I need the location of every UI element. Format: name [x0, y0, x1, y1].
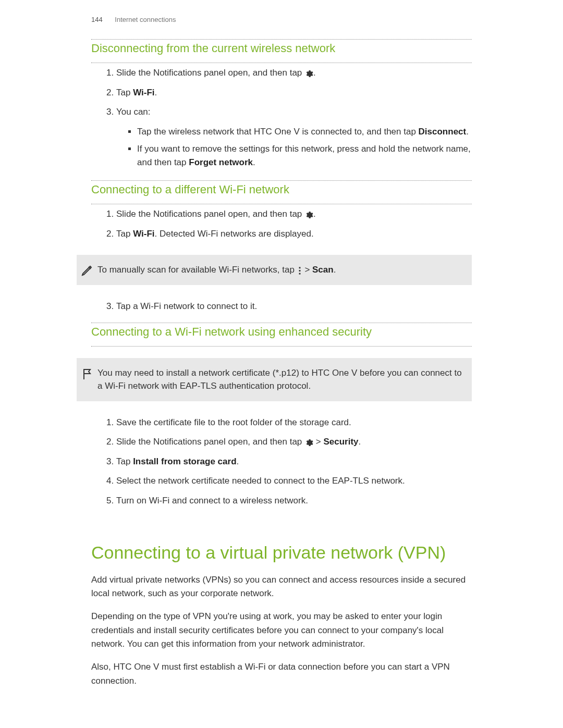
page-number: 144 [91, 16, 103, 23]
step-item: Select the network certificate needed to… [116, 471, 472, 491]
pencil-icon [77, 263, 97, 277]
wifi-label: Wi-Fi [133, 229, 154, 239]
step-item: Tap Wi-Fi. Detected Wi-Fi networks are d… [116, 224, 472, 244]
step-text: Slide the Notifications panel open, and … [116, 68, 304, 78]
body-paragraph: Depending on the type of VPN you're usin… [91, 610, 472, 651]
step-text: . Detected Wi-Fi networks are displayed. [155, 229, 314, 239]
step-text: You can: [116, 107, 151, 117]
step-text: . [237, 456, 239, 466]
step-text: Tap [116, 229, 133, 239]
bullet-text: . [253, 157, 255, 167]
step-item: Slide the Notifications panel open, and … [116, 432, 472, 452]
wifi-label: Wi-Fi [133, 88, 154, 97]
security-label: Security [323, 437, 358, 447]
callout-text: > [302, 265, 312, 275]
disconnect-label: Disconnect [419, 127, 467, 137]
steps-list: Slide the Notifications panel open, and … [91, 204, 472, 243]
step-text: Select the network certificate needed to… [116, 476, 405, 486]
step-item: Save the certificate file to the root fo… [116, 413, 472, 433]
step-item: Tap a Wi-Fi network to connect to it. [116, 297, 472, 316]
step-text: Turn on Wi-Fi and connect to a wireless … [116, 496, 308, 505]
steps-list: Save the certificate file to the root fo… [91, 413, 472, 511]
prerequisite-callout: You may need to install a network certif… [77, 358, 472, 401]
step-item: Slide the Notifications panel open, and … [116, 204, 472, 224]
body-paragraph: Also, HTC One V must first establish a W… [91, 660, 472, 688]
bullet-text: Tap the wireless network that HTC One V … [137, 127, 419, 137]
step-text: . [313, 209, 316, 219]
overflow-menu-icon [298, 266, 301, 275]
tip-callout: To manually scan for available Wi-Fi net… [77, 255, 472, 285]
callout-text: . [334, 265, 336, 275]
bullet-item: Tap the wireless network that HTC One V … [137, 123, 472, 141]
step-text: . [359, 437, 361, 447]
subheading-different-wifi: Connecting to a different Wi-Fi network [91, 183, 472, 196]
chapter-title: Internet connections [115, 16, 176, 23]
divider [91, 180, 472, 181]
step-item: Tap Install from storage card. [116, 452, 472, 472]
settings-gear-icon [304, 438, 313, 447]
step-text: Tap a Wi-Fi network to connect to it. [116, 301, 257, 311]
install-storage-label: Install from storage card [133, 456, 236, 466]
step-item: Turn on Wi-Fi and connect to a wireless … [116, 491, 472, 511]
divider [91, 346, 472, 347]
step-text: Save the certificate file to the root fo… [116, 417, 351, 427]
settings-gear-icon [304, 210, 313, 219]
step-text: Tap [116, 88, 133, 97]
bullet-item: If you want to remove the settings for t… [137, 140, 472, 171]
step-item: You can: Tap the wireless network that H… [116, 102, 472, 174]
sub-bullet-list: Tap the wireless network that HTC One V … [116, 123, 472, 171]
step-item: Slide the Notifications panel open, and … [116, 63, 472, 83]
settings-gear-icon [304, 69, 313, 78]
step-text: Slide the Notifications panel open, and … [116, 437, 304, 447]
step-text: Tap [116, 456, 133, 466]
body-paragraph: Add virtual private networks (VPNs) so y… [91, 573, 472, 601]
section-heading-vpn: Connecting to a virtual private network … [91, 541, 472, 564]
bullet-text: . [466, 127, 469, 137]
subheading-disconnect: Disconnecting from the current wireless … [91, 42, 472, 55]
callout-text: To manually scan for available Wi-Fi net… [97, 265, 297, 275]
running-header: 144 Internet connections [91, 16, 472, 23]
flag-icon [77, 366, 97, 380]
subheading-enhanced-security: Connecting to a Wi-Fi network using enha… [91, 325, 472, 339]
divider [91, 39, 472, 40]
forget-network-label: Forget network [189, 157, 253, 167]
callout-body: To manually scan for available Wi-Fi net… [97, 263, 462, 277]
divider [91, 323, 472, 323]
step-text: . [155, 88, 157, 97]
steps-list: Slide the Notifications panel open, and … [91, 63, 472, 174]
bullet-text: If you want to remove the settings for t… [137, 144, 471, 167]
step-text: . [313, 68, 316, 78]
scan-label: Scan [312, 265, 334, 275]
steps-list-continued: Tap a Wi-Fi network to connect to it. [91, 297, 472, 316]
step-text: > [313, 437, 323, 447]
callout-body: You may need to install a network certif… [97, 366, 462, 393]
step-item: Tap Wi-Fi. [116, 83, 472, 103]
step-text: Slide the Notifications panel open, and … [116, 209, 304, 219]
